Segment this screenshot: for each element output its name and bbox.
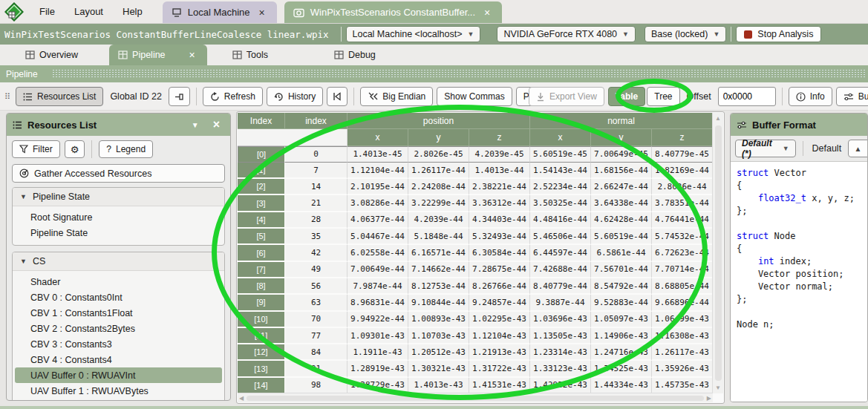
cell-position-y[interactable]: 8.12753e-44 [408, 278, 469, 295]
big-endian-button[interactable]: Big Endian [360, 87, 433, 106]
row-index-cell[interactable]: [9] [238, 295, 285, 311]
cell-position-x[interactable]: 3.08286e-44 [347, 195, 408, 212]
format-preset-dropdown[interactable]: Default (*) ▼ [735, 140, 796, 157]
cell-normal-x[interactable]: 1.03696e-43 [530, 312, 591, 328]
gpu-select[interactable]: NVIDIA GeForce RTX 4080 ▼ [497, 26, 636, 42]
cell-index[interactable]: 56 [285, 278, 347, 295]
cell-normal-z[interactable]: 1.06499e-43 [652, 312, 713, 328]
cell-position-x[interactable]: 5.04467e-44 [347, 229, 408, 245]
cell-normal-y[interactable]: 1.05097e-43 [591, 312, 652, 328]
cell-position-x[interactable]: 1.12104e-44 [347, 163, 408, 179]
list-item[interactable]: Pipeline State [13, 225, 224, 241]
cell-position-y[interactable]: 1.10703e-43 [408, 328, 469, 344]
cell-position-x[interactable]: 8.96831e-44 [347, 295, 408, 311]
horizontal-scrollbar[interactable]: ◀ ▶ [238, 393, 713, 402]
cell-index[interactable]: 28 [285, 212, 347, 229]
cell-position-x[interactable]: 1.4013e-45 [347, 146, 408, 163]
list-item[interactable]: CBV 4 : Constants4 [13, 352, 224, 367]
cell-normal-y[interactable]: 5.60519e-44 [591, 229, 652, 245]
scroll-up-arrow[interactable]: ▲ [714, 113, 722, 124]
cell-position-y[interactable]: 4.2039e-44 [408, 212, 469, 229]
cell-normal-y[interactable]: 9.52883e-44 [591, 295, 652, 311]
list-item[interactable]: CBV 0 : Constants0Int [13, 289, 224, 305]
subcolumn-normal-y[interactable]: y [591, 129, 652, 145]
row-index-cell[interactable]: [8] [238, 278, 285, 295]
list-item[interactable]: UAV Buffer 0 : RWUAVInt [15, 367, 222, 383]
cell-normal-y[interactable]: 7.56701e-44 [591, 262, 652, 278]
cell-position-x[interactable]: 6.02558e-44 [347, 245, 408, 261]
subcolumn-normal-x[interactable]: x [530, 129, 591, 145]
cell-normal-z[interactable]: 2.8026e-44 [652, 179, 713, 195]
cell-normal-z[interactable]: 4.76441e-44 [652, 212, 713, 229]
buffer-format-code-editor[interactable]: struct Vector{ float32_t x, y, z;}; stru… [731, 161, 867, 402]
cell-normal-z[interactable]: 1.26117e-43 [652, 344, 713, 361]
vertical-scrollbar[interactable]: ▲ ▼ [712, 113, 723, 393]
cell-position-y[interactable]: 1.26117e-44 [408, 163, 469, 179]
scrollbar-thumb[interactable] [247, 396, 704, 401]
tab-tools[interactable]: Tools [223, 45, 277, 65]
row-index-cell[interactable]: [10] [238, 312, 285, 328]
cell-position-y[interactable]: 9.10844e-44 [408, 295, 469, 311]
cell-position-y[interactable]: 1.30321e-43 [408, 361, 469, 377]
cell-position-z[interactable]: 8.26766e-44 [469, 278, 530, 295]
machine-select[interactable]: Local Machine <localhost> ▼ [346, 26, 481, 42]
cell-index[interactable]: 98 [285, 378, 347, 394]
cell-position-z[interactable]: 3.36312e-44 [469, 195, 530, 212]
cell-position-x[interactable]: 1.1911e-43 [347, 344, 408, 361]
tree-view-button[interactable]: Tree [647, 87, 679, 106]
cell-normal-y[interactable]: 1.44334e-43 [591, 378, 652, 394]
close-icon[interactable]: × [481, 7, 493, 19]
cell-index[interactable]: 91 [285, 361, 347, 377]
row-index-cell[interactable]: [0] [238, 146, 285, 163]
tab-local-machine[interactable]: Local Machine × [163, 1, 277, 23]
row-index-cell[interactable]: [3] [238, 195, 285, 212]
row-index-cell[interactable]: [7] [238, 262, 285, 278]
column-group-position[interactable]: position [347, 113, 530, 129]
cell-position-z[interactable]: 4.2039e-45 [469, 146, 530, 163]
cell-normal-z[interactable]: 1.16308e-43 [652, 328, 713, 344]
cell-normal-y[interactable]: 4.62428e-44 [591, 212, 652, 229]
row-index-cell[interactable]: [12] [238, 344, 285, 361]
cell-normal-y[interactable]: 2.66247e-44 [591, 179, 652, 195]
history-button[interactable]: History [267, 87, 323, 106]
column-header-index[interactable]: index [285, 113, 347, 129]
info-button[interactable]: Info [789, 87, 832, 106]
scrollbar-thumb[interactable] [715, 125, 722, 381]
cell-position-y[interactable]: 1.20512e-43 [408, 344, 469, 361]
tab-capture[interactable]: WinPixTestScenarios ConstantBuffer... × [284, 1, 503, 23]
cell-normal-x[interactable]: 1.42932e-43 [530, 378, 591, 394]
cell-index[interactable]: 63 [285, 295, 347, 311]
cell-index[interactable]: 77 [285, 328, 347, 344]
cell-position-y[interactable]: 6.16571e-44 [408, 245, 469, 261]
cell-normal-z[interactable]: 8.68805e-44 [652, 278, 713, 295]
cell-normal-z[interactable]: 1.35926e-43 [652, 361, 713, 377]
collapse-editor-button[interactable]: ▲ [848, 140, 868, 157]
cell-position-z[interactable]: 1.02295e-43 [469, 312, 530, 328]
row-index-cell[interactable]: [5] [238, 229, 285, 245]
filter-button[interactable]: Filter [12, 140, 60, 158]
list-item[interactable]: CBV 3 : Constants3 [13, 336, 224, 352]
cell-position-x[interactable]: 2.10195e-44 [347, 179, 408, 195]
settings-button[interactable]: ⚙ [65, 140, 85, 158]
row-index-cell[interactable]: [13] [238, 361, 285, 377]
cell-normal-y[interactable]: 8.54792e-44 [591, 278, 652, 295]
cell-normal-z[interactable]: 7.70714e-44 [652, 262, 713, 278]
cell-index[interactable]: 14 [285, 179, 347, 195]
cell-normal-z[interactable]: 9.66896e-44 [652, 295, 713, 311]
playback-select[interactable]: Base (locked) ▼ [645, 26, 726, 42]
cell-position-y[interactable]: 2.8026e-45 [408, 146, 469, 163]
cell-position-x[interactable]: 9.94922e-44 [347, 312, 408, 328]
pin-button[interactable] [169, 87, 190, 106]
cell-position-x[interactable]: 7.00649e-44 [347, 262, 408, 278]
cell-index[interactable]: 0 [285, 146, 347, 163]
cell-index[interactable]: 42 [285, 245, 347, 261]
cell-normal-y[interactable]: 7.00649e-45 [591, 146, 652, 163]
buffer-format-toggle[interactable]: Buffer [836, 87, 868, 106]
cell-position-x[interactable]: 1.38729e-43 [347, 378, 408, 394]
cell-normal-x[interactable]: 1.23314e-43 [530, 344, 591, 361]
cell-normal-y[interactable]: 1.14906e-43 [591, 328, 652, 344]
cell-normal-x[interactable]: 9.3887e-44 [530, 295, 591, 311]
cell-index[interactable]: 35 [285, 229, 347, 245]
cell-position-z[interactable]: 1.21913e-43 [469, 344, 530, 361]
column-header-index-bracket[interactable]: Index [238, 113, 285, 129]
